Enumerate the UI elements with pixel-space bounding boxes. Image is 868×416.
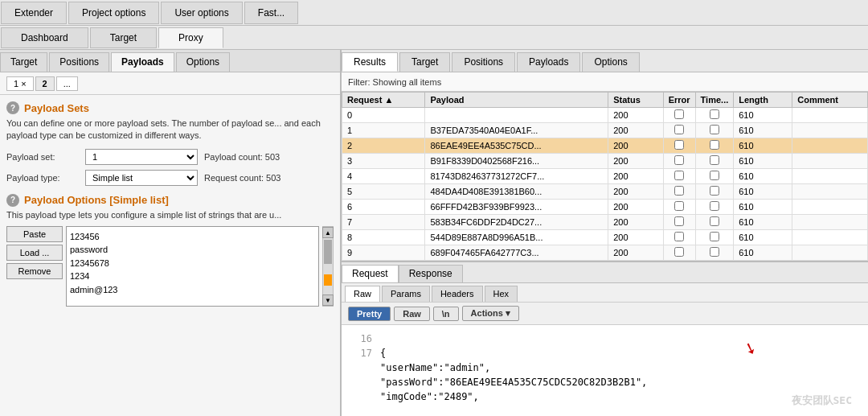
code-line-imgcode: "imgCode":"2489", (348, 389, 862, 404)
table-row[interactable]: 1 B37EDA73540A04E0A1F... 200 610 (342, 123, 868, 138)
col-length[interactable]: Length (734, 93, 792, 108)
filter-text: Filter: Showing all items (348, 77, 441, 87)
pretty-btn[interactable]: Pretty (348, 307, 391, 321)
table-row[interactable]: 4 81743D824637731272CF7... 200 610 (342, 169, 868, 184)
raw-btn[interactable]: Raw (394, 307, 430, 321)
table-row[interactable]: 6 66FFFD42B3F939BF9923... 200 610 (342, 200, 868, 215)
scroll-marker[interactable] (324, 274, 332, 286)
cell-comment (792, 123, 868, 138)
cell-payload: 81743D824637731272CF7... (425, 169, 608, 184)
cell-time[interactable] (695, 154, 734, 169)
table-row[interactable]: 3 B91F8339D0402568F216... 200 610 (342, 154, 868, 169)
cell-time[interactable] (695, 138, 734, 154)
payload-options-desc: This payload type lets you configure a s… (6, 210, 334, 220)
cell-request: 5 (342, 184, 425, 200)
col-status[interactable]: Status (608, 93, 664, 108)
counter-2-btn[interactable]: 2 (35, 76, 55, 91)
action-row: Pretty Raw \n Actions ▾ (342, 303, 868, 325)
cell-time[interactable] (695, 245, 734, 261)
line-num-blank3 (348, 389, 372, 404)
cell-error[interactable] (663, 245, 695, 261)
tab-positions[interactable]: Positions (49, 52, 109, 72)
tab-results[interactable]: Results (342, 52, 398, 72)
cell-time[interactable] (695, 230, 734, 245)
target-btn[interactable]: Target (90, 27, 157, 48)
cell-length: 610 (734, 169, 792, 184)
dashboard-btn[interactable]: Dashboard (1, 27, 88, 48)
cell-time[interactable] (695, 169, 734, 184)
remove-btn[interactable]: Remove (6, 263, 63, 279)
cell-error[interactable] (663, 169, 695, 184)
payload-count: Payload count: 503 (204, 152, 280, 162)
table-row[interactable]: 7 583B34FC6DDF2D4DC27... 200 610 (342, 215, 868, 230)
scroll-up-arrow[interactable]: ▲ (322, 227, 334, 238)
cell-error[interactable] (663, 230, 695, 245)
col-time[interactable]: Time... (695, 93, 734, 108)
table-row[interactable]: 0 200 610 (342, 108, 868, 123)
cell-time[interactable] (695, 200, 734, 215)
col-comment[interactable]: Comment (792, 93, 868, 108)
project-options-btn[interactable]: Project options (68, 2, 159, 24)
table-row[interactable]: 8 544D89E887A8D996A51B... 200 610 (342, 230, 868, 245)
cell-time[interactable] (695, 184, 734, 200)
payload-scrollbar[interactable]: ▲ ▼ (322, 226, 334, 307)
cell-time[interactable] (695, 215, 734, 230)
user-options-btn[interactable]: User options (161, 2, 242, 24)
cell-time[interactable] (695, 108, 734, 123)
actions-btn[interactable]: Actions ▾ (462, 306, 519, 321)
fast-btn[interactable]: Fast... (244, 2, 298, 24)
counter-more-btn[interactable]: ... (56, 76, 78, 91)
table-row[interactable]: 9 689F047465FA642777C3... 200 610 (342, 245, 868, 261)
col-payload[interactable]: Payload (425, 93, 608, 108)
inner-tab-hex[interactable]: Hex (485, 286, 518, 302)
cell-payload: 544D89E887A8D996A51B... (425, 230, 608, 245)
cell-status: 200 (608, 200, 664, 215)
counter-1-btn[interactable]: 1 × (6, 76, 34, 91)
app-container: Extender Project options User options Fa… (0, 0, 868, 416)
cell-error[interactable] (663, 154, 695, 169)
payload-set-select[interactable]: 123 (85, 149, 198, 165)
extender-btn[interactable]: Extender (1, 2, 67, 24)
code-content-password: "passWord":"86EAE49EE4A535C75CDC520C82D3… (380, 375, 862, 389)
cell-length: 610 (734, 123, 792, 138)
cell-error[interactable] (663, 123, 695, 138)
inner-tab-params[interactable]: Params (382, 286, 430, 302)
col-error[interactable]: Error (663, 93, 695, 108)
tab-right-positions[interactable]: Positions (452, 52, 515, 72)
cell-length: 610 (734, 108, 792, 123)
cell-error[interactable] (663, 200, 695, 215)
proxy-btn[interactable]: Proxy (158, 27, 223, 48)
scroll-down-arrow[interactable]: ▼ (322, 294, 334, 306)
table-row[interactable]: 5 484DA4D408E391381B60... 200 610 (342, 184, 868, 200)
tab-right-options[interactable]: Options (582, 52, 639, 72)
payload-type-select[interactable]: Simple listRuntime fileCustom iterator (85, 170, 198, 186)
tab-target[interactable]: Target (0, 52, 47, 72)
inner-tab-headers[interactable]: Headers (432, 286, 483, 302)
newline-btn[interactable]: \n (433, 307, 459, 321)
scroll-thumb[interactable] (324, 240, 332, 264)
load-btn[interactable]: Load ... (6, 245, 63, 261)
cell-error[interactable] (663, 215, 695, 230)
payload-options-title: ? Payload Options [Simple list] (6, 194, 334, 207)
inner-tab-raw[interactable]: Raw (345, 286, 380, 302)
cell-status: 200 (608, 123, 664, 138)
col-request[interactable]: Request ▲ (342, 93, 425, 108)
cell-request: 8 (342, 230, 425, 245)
tab-request[interactable]: Request (342, 265, 399, 282)
cell-error[interactable] (663, 138, 695, 154)
line-num-blank1 (348, 360, 372, 375)
table-row[interactable]: 2 86EAE49EE4A535C75CD... 200 610 (342, 138, 868, 154)
tab-right-payloads[interactable]: Payloads (517, 52, 580, 72)
cell-payload: 583B34FC6DDF2D4DC27... (425, 215, 608, 230)
results-table: Request ▲ Payload Status Error Time... L… (342, 92, 868, 261)
cell-error[interactable] (663, 108, 695, 123)
tab-options[interactable]: Options (176, 52, 230, 72)
cell-comment (792, 215, 868, 230)
cell-error[interactable] (663, 184, 695, 200)
paste-btn[interactable]: Paste (6, 226, 63, 242)
tab-right-target[interactable]: Target (399, 52, 450, 72)
tab-payloads[interactable]: Payloads (111, 52, 174, 72)
tab-response[interactable]: Response (399, 265, 463, 282)
cell-time[interactable] (695, 123, 734, 138)
question-icon-2: ? (6, 194, 19, 207)
